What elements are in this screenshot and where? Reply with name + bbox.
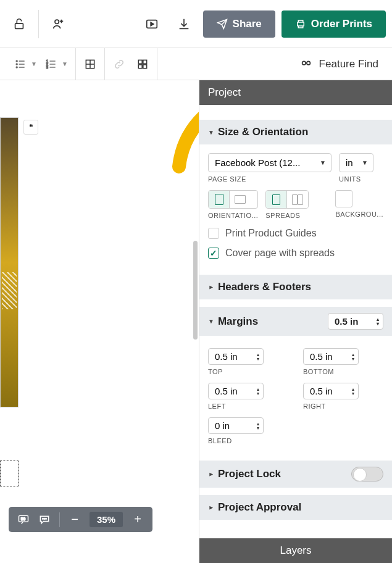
landscape-option[interactable] [230,191,251,208]
caret-right-icon: ▼ [207,471,214,477]
section-title: Project Approval [218,501,301,514]
comment-icon[interactable]: 99 [17,514,30,526]
add-user-icon[interactable] [45,11,71,37]
caret-down-icon: ▼ [208,129,214,136]
layers-tab[interactable]: Layers [199,538,392,563]
feature-find-label: Feature Find [319,58,378,70]
margin-bottom-label: BOTTOM [303,368,383,375]
table-icon[interactable] [83,57,97,71]
page-size-label: PAGE SIZE [208,175,332,183]
svg-rect-11 [138,60,142,64]
units-label: UNITS [339,175,373,183]
chat-icon[interactable] [38,514,51,526]
svg-point-21 [46,518,47,519]
zoom-out-button[interactable]: − [69,512,81,527]
grid-icon[interactable] [136,57,149,71]
svg-point-1 [55,20,59,23]
units-dropdown[interactable]: in [339,153,373,172]
svg-rect-12 [143,60,147,64]
download-icon[interactable] [171,11,197,37]
zoom-bar: 99 − 35% + [9,507,152,532]
svg-rect-14 [143,64,147,68]
margin-left-label: LEFT [208,402,288,410]
properties-panel: Project ▼ Size & Orientation Facebook Po… [199,80,392,563]
arrow-annotation [167,80,199,191]
orientation-toggle[interactable] [208,190,258,209]
caret-down-icon: ▼ [208,318,214,325]
share-label: Share [233,18,262,30]
spreads-toggle[interactable] [265,190,309,209]
cover-spreads-label: Cover page with spreads [225,248,335,259]
page-size-dropdown[interactable]: Facebook Post (12... [208,153,332,172]
margin-left-stepper[interactable]: 0.5 in [208,383,264,399]
chevron-down-icon[interactable]: ▼ [31,60,37,67]
single-spread[interactable] [266,191,287,208]
section-title: Project Lock [218,468,281,480]
orientation-label: ORIENTATIO... [208,212,258,219]
caret-right-icon: ▼ [207,284,214,290]
svg-rect-3 [298,22,304,26]
svg-rect-0 [15,23,23,28]
svg-point-15 [302,61,306,65]
svg-point-6 [16,67,17,68]
svg-point-16 [307,61,311,65]
order-prints-button[interactable]: Order Prints [281,10,386,38]
spreads-label: SPREADS [265,212,309,219]
project-approval-header[interactable]: ▼ Project Approval [199,495,392,520]
svg-point-19 [43,518,44,519]
size-orientation-header[interactable]: ▼ Size & Orientation [199,120,392,144]
canvas-area: ❝ [0,80,199,563]
margin-top-stepper[interactable]: 0.5 in [208,348,264,365]
zoom-in-button[interactable]: + [131,512,144,527]
link-icon[interactable] [112,57,126,71]
margins-header[interactable]: ▼ Margins 0.5 in [199,307,392,336]
project-lock-header[interactable]: ▼ Project Lock [199,461,392,488]
cover-spreads-checkbox[interactable] [208,248,219,259]
margin-top-label: TOP [208,368,288,375]
scrollbar[interactable] [193,241,198,340]
bleed-label: BLEED [208,437,288,444]
play-video-icon[interactable] [139,11,165,37]
canvas-preview[interactable] [0,117,19,407]
double-spread[interactable] [287,191,308,208]
print-guides-label: Print Product Guides [225,228,317,239]
print-guides-checkbox[interactable] [208,228,219,239]
svg-point-20 [44,518,45,519]
svg-point-5 [16,64,17,65]
quote-icon[interactable]: ❝ [23,120,38,135]
caret-right-icon: ▼ [207,504,214,511]
svg-rect-13 [138,64,142,68]
background-label: BACKGROU... [335,211,383,218]
svg-text:3: 3 [46,65,48,69]
svg-text:99: 99 [21,516,26,520]
portrait-option[interactable] [209,191,230,208]
section-title: Margins [218,315,258,328]
project-tab[interactable]: Project [199,80,392,105]
order-label: Order Prints [311,18,372,30]
bullet-list-icon[interactable] [14,57,27,71]
margin-bottom-stepper[interactable]: 0.5 in [303,348,359,365]
top-toolbar: Share Order Prints [0,0,392,48]
lock-icon[interactable] [6,11,32,37]
margins-body: 0.5 in TOP 0.5 in BOTTOM 0.5 in LEFT 0.5… [199,336,392,453]
size-orientation-body: Facebook Post (12... PAGE SIZE in UNITS … [199,144,392,267]
section-title: Size & Orientation [218,126,308,138]
margin-right-stepper[interactable]: 0.5 in [303,383,359,399]
share-button[interactable]: Share [203,10,275,38]
project-lock-toggle[interactable] [351,467,383,482]
divider [38,10,39,38]
zoom-value[interactable]: 35% [90,512,123,527]
margins-default-stepper[interactable]: 0.5 in [328,313,383,330]
headers-footers-header[interactable]: ▼ Headers & Footers [199,275,392,299]
sub-toolbar: ▼ 123 ▼ Feature Find [0,48,392,80]
section-title: Headers & Footers [218,281,311,293]
feature-find-button[interactable]: Feature Find [292,57,386,71]
divider [59,512,60,527]
svg-point-4 [16,60,17,62]
numbered-list-icon[interactable]: 123 [44,57,58,71]
bleed-stepper[interactable]: 0 in [208,417,264,434]
placeholder-rect[interactable] [0,461,19,486]
chevron-down-icon[interactable]: ▼ [62,60,68,67]
margin-right-label: RIGHT [303,402,383,410]
background-color[interactable] [335,190,352,207]
